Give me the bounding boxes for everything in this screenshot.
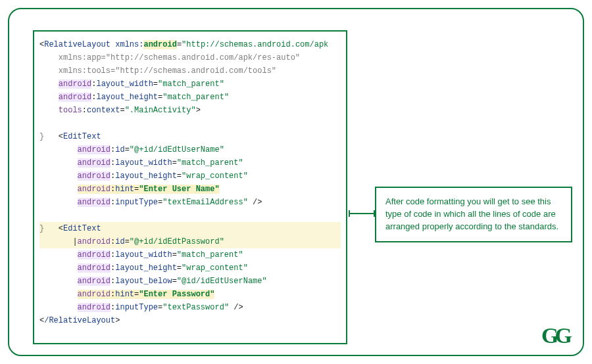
callout-connector [349, 213, 375, 214]
hint-password: Enter Password [143, 290, 210, 299]
highlight-android: android [143, 40, 176, 49]
callout-box: After code formatting you will get to se… [375, 187, 572, 242]
tag-relativelayout-close: /RelativeLayout [44, 316, 115, 325]
code-panel: <RelativeLayout xmlns:android="http://sc… [33, 30, 347, 344]
code-block: <RelativeLayout xmlns:android="http://sc… [39, 38, 341, 327]
outer-frame: <RelativeLayout xmlns:android="http://sc… [8, 8, 584, 356]
tag-edittext-1: EditText [63, 132, 101, 141]
tag-relativelayout: RelativeLayout [44, 40, 111, 49]
callout-text: After code formatting you will get to se… [385, 196, 558, 231]
hint-username: Enter User Name [143, 185, 214, 194]
tag-edittext-2: EditText [63, 224, 101, 233]
logo-icon: GG [541, 323, 568, 348]
